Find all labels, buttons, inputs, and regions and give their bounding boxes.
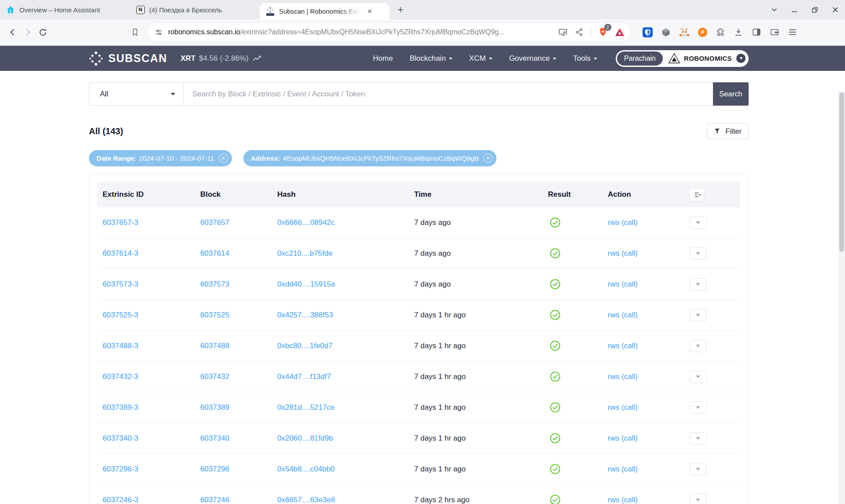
extrinsic-id-link[interactable]: 6037296-3	[103, 465, 138, 473]
sidebar-toggle-icon[interactable]	[752, 27, 761, 37]
row-expand-button[interactable]	[690, 309, 706, 321]
tab-close-icon[interactable]: ✕	[365, 7, 374, 16]
extrinsic-id-link[interactable]: 6037573-3	[103, 280, 138, 288]
scrollbar-thumb[interactable]	[839, 92, 844, 252]
tab-search-chevron-icon[interactable]	[771, 6, 778, 13]
metamask-extension-icon[interactable]	[679, 27, 690, 37]
search-input[interactable]	[184, 83, 713, 105]
window-restore-button[interactable]	[811, 6, 819, 14]
extrinsic-id-link[interactable]: 6037488-3	[103, 342, 138, 350]
row-expand-button[interactable]	[690, 340, 706, 352]
brave-shields-icon[interactable]: 2	[598, 27, 608, 37]
row-expand-button[interactable]	[690, 463, 706, 475]
action-link[interactable]: rws (call)	[608, 249, 638, 258]
window-minimize-button[interactable]	[791, 6, 798, 13]
p-extension-icon[interactable]: P	[698, 28, 707, 37]
remove-address-filter-icon[interactable]: ✕	[483, 154, 492, 163]
row-expand-button[interactable]	[690, 371, 706, 383]
action-link[interactable]: rws (call)	[608, 342, 638, 350]
hash-link[interactable]: 0xc210....b75fde	[277, 249, 333, 258]
subscan-logo[interactable]: SUBSCAN	[88, 51, 167, 66]
block-link[interactable]: 6037573	[200, 280, 229, 288]
search-button[interactable]: Search	[713, 82, 749, 106]
back-button[interactable]	[5, 25, 20, 40]
hash-link[interactable]: 0x54b8....c04bb0	[277, 465, 334, 473]
block-link[interactable]: 6037296	[200, 465, 229, 473]
nav-home[interactable]: Home	[373, 54, 393, 63]
tab-subscan-active[interactable]: Subscan | Robonomics Extr ✕	[260, 3, 389, 19]
action-link[interactable]: rws (call)	[608, 496, 638, 504]
action-link[interactable]: rws (call)	[608, 372, 638, 381]
extrinsic-id-link[interactable]: 6037340-3	[103, 434, 138, 442]
tab-notion[interactable]: N (4) Поездка в Брюссель	[130, 0, 260, 19]
hash-link[interactable]: 0x6657....63e3e8	[277, 496, 335, 504]
extrinsic-id-link[interactable]: 6037432-3	[103, 372, 138, 381]
block-link[interactable]: 6037614	[200, 249, 229, 258]
nav-governance[interactable]: Governance	[509, 54, 557, 63]
bookmark-icon[interactable]	[128, 25, 143, 40]
menu-hamburger-icon[interactable]	[788, 27, 797, 37]
new-tab-button[interactable]: +	[394, 4, 407, 16]
forward-button[interactable]	[20, 25, 35, 40]
row-expand-button[interactable]	[690, 278, 706, 291]
block-link[interactable]: 6037525	[200, 311, 229, 319]
block-link[interactable]: 6037657	[200, 218, 229, 227]
site-settings-icon[interactable]	[154, 28, 163, 37]
expand-rows-button[interactable]	[690, 188, 705, 201]
filter-button[interactable]: Filter	[707, 123, 749, 139]
block-link[interactable]: 6037389	[200, 403, 229, 412]
hash-link[interactable]: 0x6666....08942c	[277, 218, 334, 227]
row-expand-button[interactable]	[690, 217, 706, 229]
url-bar[interactable]: robonomics.subscan.io/extrinsic?address=…	[147, 22, 631, 42]
hash-link[interactable]: 0xbc80....1fe0d7	[277, 342, 333, 350]
hash-link[interactable]: 0x2060....81fd9b	[277, 434, 333, 442]
downloads-icon[interactable]	[734, 27, 743, 37]
extrinsic-id-link[interactable]: 6037614-3	[103, 249, 138, 258]
extrinsic-id-link[interactable]: 6037389-3	[103, 403, 138, 412]
main-nav: Home Blockchain XCM Governance Tools	[373, 54, 597, 63]
hash-link[interactable]: 0xdd40....15915a	[277, 280, 335, 288]
extrinsic-id-link[interactable]: 6037657-3	[103, 218, 138, 227]
triangle-down-icon	[696, 221, 700, 226]
block-link[interactable]: 6037246	[200, 496, 229, 504]
wallet-icon[interactable]	[770, 27, 779, 37]
search-category-select[interactable]: All	[89, 83, 184, 105]
nav-blockchain[interactable]: Blockchain	[410, 54, 452, 63]
action-link[interactable]: rws (call)	[608, 218, 638, 227]
bitwarden-extension-icon[interactable]	[643, 27, 653, 37]
action-link[interactable]: rws (call)	[608, 434, 638, 442]
row-expand-button[interactable]	[690, 432, 706, 445]
action-link[interactable]: rws (call)	[608, 280, 638, 288]
window-close-button[interactable]	[832, 6, 839, 13]
extensions-puzzle-icon[interactable]	[716, 27, 725, 37]
reload-button[interactable]	[35, 25, 50, 40]
tab-home-assistant[interactable]: Overview – Home Assistant	[0, 0, 130, 19]
extrinsic-id-link[interactable]: 6037246-3	[103, 496, 138, 504]
install-app-icon[interactable]	[558, 27, 568, 37]
nav-tools[interactable]: Tools	[573, 54, 597, 63]
row-expand-button[interactable]	[690, 401, 706, 414]
nav-xcm[interactable]: XCM	[469, 54, 492, 63]
hash-link[interactable]: 0x281d....5217ce	[277, 403, 334, 412]
action-link[interactable]: rws (call)	[608, 465, 638, 473]
block-link[interactable]: 6037488	[200, 342, 229, 350]
parachain-button[interactable]: Parachain	[617, 52, 663, 66]
extrinsic-id-link[interactable]: 6037525-3	[103, 311, 138, 319]
block-link[interactable]: 6037432	[200, 372, 229, 381]
network-dropdown-button[interactable]	[736, 54, 746, 63]
row-expand-button[interactable]	[690, 494, 706, 504]
url-text[interactable]: robonomics.subscan.io/extrinsic?address=…	[168, 28, 558, 36]
action-link[interactable]: rws (call)	[608, 311, 638, 319]
block-link[interactable]: 6037340	[200, 434, 229, 442]
hash-link[interactable]: 0x44d7....f13df7	[277, 372, 331, 381]
action-link[interactable]: rws (call)	[608, 403, 638, 412]
remove-date-filter-icon[interactable]: ✕	[219, 154, 228, 163]
time-value: 7 days 1 hr ago	[414, 403, 548, 412]
hash-link[interactable]: 0x4257....388f53	[277, 311, 333, 319]
row-expand-button[interactable]	[690, 247, 706, 260]
share-icon[interactable]	[575, 28, 584, 37]
brave-rewards-icon[interactable]	[615, 28, 625, 37]
price-chart-icon[interactable]	[252, 55, 262, 62]
tag-value: 4EsopMUbxQH5NseBXiJcPkTy5ZRhs7XrjuMBqmoC…	[283, 155, 479, 162]
cube-extension-icon[interactable]	[661, 27, 671, 37]
